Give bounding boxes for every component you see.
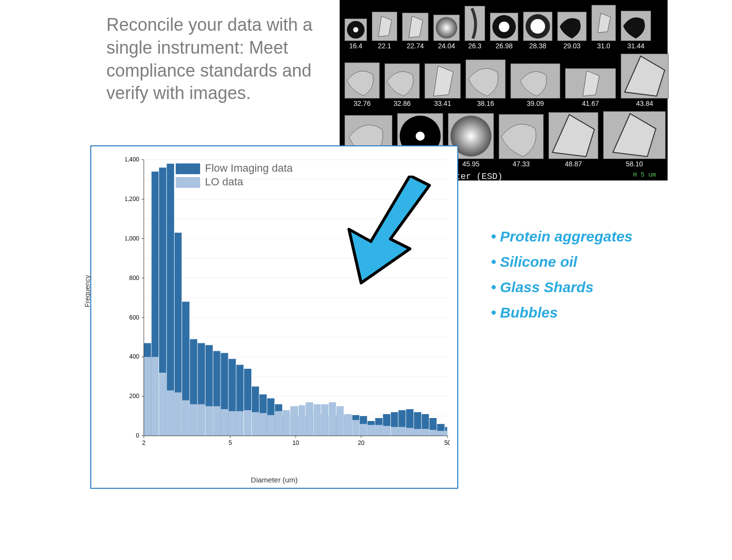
svg-text:5: 5 [229,440,232,446]
svg-rect-89 [360,424,367,436]
particle-thumbnail: 16.4 [345,19,367,50]
chart-x-axis-label: Diameter (um) [91,476,457,484]
svg-rect-95 [383,426,390,436]
svg-rect-55 [228,411,236,436]
svg-rect-33 [144,357,151,436]
svg-rect-75 [305,402,313,436]
svg-text:1,200: 1,200 [125,196,139,202]
svg-marker-3 [409,16,423,38]
particle-thumbnail: 24.04 [433,15,460,50]
particle-diameter-label: 31.0 [597,42,610,50]
svg-text:800: 800 [129,275,140,281]
svg-rect-59 [244,410,251,436]
svg-marker-17 [613,114,656,157]
svg-point-8 [530,19,545,34]
particle-diameter-label: 38.16 [477,100,494,107]
svg-rect-47 [198,404,205,436]
svg-rect-45 [190,404,197,436]
svg-text:200: 200 [129,393,140,400]
svg-rect-111 [445,431,447,436]
svg-rect-37 [159,373,166,436]
particle-diameter-label: 32.86 [393,100,410,107]
svg-text:1,000: 1,000 [125,235,139,242]
svg-text:1,400: 1,400 [125,156,139,163]
arrow-icon [322,176,454,293]
svg-marker-10 [433,66,453,96]
particle-diameter-label: 58.10 [626,160,643,168]
particle-thumbnail: 39.09 [510,63,560,107]
particle-thumbnail: 47.33 [499,114,544,168]
svg-rect-35 [152,357,159,436]
particle-thumbnail: 48.87 [549,112,598,168]
chart-legend: Flow Imaging data LO data [176,161,293,189]
particle-thumbnail: 22.1 [372,12,397,50]
bullet-item: •Protein aggregates [491,228,632,245]
svg-rect-71 [290,406,298,436]
svg-rect-63 [260,413,267,436]
svg-marker-11 [583,71,599,96]
svg-rect-69 [283,410,290,436]
svg-text:20: 20 [358,440,365,446]
bullet-item: •Silicone oil [491,254,632,270]
svg-rect-41 [175,392,182,436]
legend-item-2: LO data [205,176,243,188]
svg-text:600: 600 [129,314,140,321]
svg-rect-53 [221,409,228,436]
particle-thumbnail: 29.03 [557,12,587,50]
particle-diameter-label: 16.4 [349,42,362,50]
particle-thumbnail: 38.16 [466,60,506,107]
svg-rect-101 [406,428,413,436]
svg-point-1 [353,27,359,33]
svg-rect-67 [275,411,282,436]
svg-rect-49 [205,406,213,436]
particle-diameter-label: 48.87 [565,160,582,168]
svg-text:2: 2 [142,440,145,446]
bullet-item: •Glass Shards [491,279,632,296]
svg-text:10: 10 [292,440,299,446]
particle-diameter-label: 31.44 [627,42,644,50]
svg-rect-93 [375,425,383,436]
legend-item-1: Flow Imaging data [205,162,293,174]
particle-diameter-label: 47.33 [512,160,529,168]
svg-rect-105 [422,429,429,436]
svg-marker-2 [378,16,391,37]
particle-diameter-label: 26.98 [495,42,512,50]
svg-marker-12 [625,56,665,96]
gallery-scale-bar: H 5 um [633,172,656,181]
svg-rect-51 [213,406,221,436]
particle-diameter-label: 29.03 [563,42,580,50]
particle-thumbnail: 41.67 [565,68,616,107]
particle-thumbnail: 26.98 [490,13,518,50]
particle-diameter-label: 39.09 [527,100,544,107]
svg-marker-9 [598,13,610,33]
svg-rect-109 [437,431,445,436]
particle-thumbnail: 28.38 [523,12,552,50]
particle-diameter-label: 22.1 [378,42,391,50]
particle-diameter-label: 41.67 [582,100,599,107]
svg-rect-81 [329,402,336,436]
particle-thumbnail: 32.76 [345,62,380,107]
svg-rect-103 [414,429,421,436]
svg-rect-57 [236,411,244,436]
svg-rect-77 [314,404,321,436]
particle-thumbnail: 32.86 [385,63,420,107]
svg-rect-99 [399,427,406,436]
particle-diameter-label: 26.3 [468,42,481,50]
bullet-item: •Bubbles [491,304,632,321]
particle-thumbnail: 22.74 [402,13,428,50]
svg-text:50: 50 [444,440,450,446]
svg-rect-83 [337,406,344,436]
svg-rect-65 [267,415,275,436]
svg-point-4 [436,17,457,39]
particle-diameter-label: 45.95 [462,160,479,168]
svg-rect-39 [167,390,174,436]
particle-diameter-label: 43.84 [636,100,653,107]
particle-thumbnail: 26.3 [465,6,485,50]
particle-thumbnail: 43.84 [621,54,669,107]
chart-y-axis-label: Frequency [83,275,91,307]
svg-point-6 [499,21,509,32]
svg-rect-97 [391,427,398,436]
svg-rect-43 [182,400,189,436]
particle-diameter-label: 28.38 [529,42,546,50]
svg-point-14 [416,132,425,140]
